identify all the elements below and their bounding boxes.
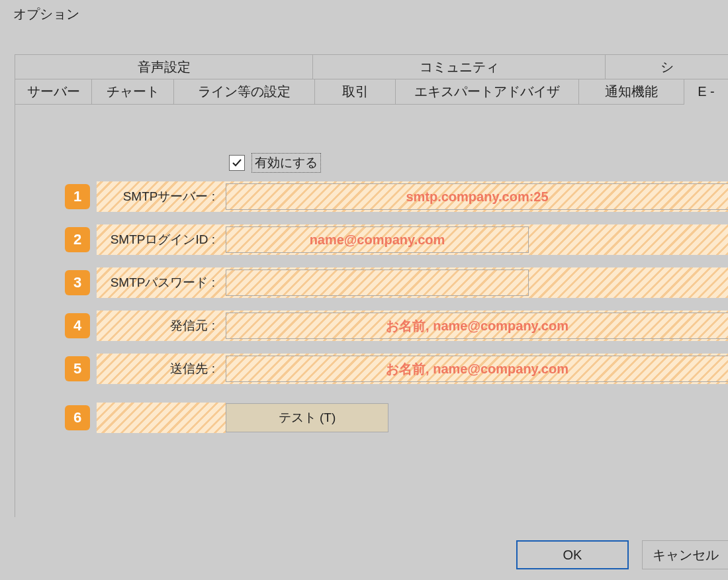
label-from: 発信元 : [97, 311, 226, 341]
label-smtp-login: SMTPログインID : [97, 224, 226, 255]
input-smtp-password[interactable] [226, 269, 529, 296]
input-to[interactable]: お名前, name@company.com [226, 356, 728, 382]
row-to: 5 送信先 : お名前, name@company.com [65, 354, 728, 384]
input-smtp-server[interactable]: smtp.company.com:25 [226, 183, 728, 210]
tab-sound-settings[interactable]: 音声設定 [15, 55, 313, 79]
label-smtp-server: SMTPサーバー : [97, 181, 226, 212]
cancel-button[interactable]: キャンセル [642, 540, 728, 569]
tabs-top-row: 音声設定 コミュニティ シ [15, 55, 728, 79]
badge-5: 5 [65, 356, 90, 381]
row-test: 6 テスト (T) [65, 403, 728, 433]
options-dialog: オプション 音声設定 コミュニティ シ サーバー チャート ライン等の設定 取引… [0, 0, 728, 580]
badge-1: 1 [65, 184, 90, 209]
row-from: 4 発信元 : お名前, name@company.com [65, 311, 728, 341]
input-smtp-login[interactable]: name@company.com [226, 226, 529, 253]
tab-server[interactable]: サーバー [15, 79, 92, 104]
tab-content: 有効にする 1 SMTPサーバー : smtp.company.com:25 2… [15, 104, 728, 517]
row-smtp-login: 2 SMTPログインID : name@company.com [65, 224, 728, 255]
tab-trade[interactable]: 取引 [315, 79, 396, 104]
enable-label: 有効にする [251, 153, 321, 173]
tabs-bottom-row: サーバー チャート ライン等の設定 取引 エキスパートアドバイザ 通知機能 E … [15, 79, 728, 104]
row-smtp-server: 1 SMTPサーバー : smtp.company.com:25 [65, 181, 728, 212]
dialog-button-bar: OK キャンセル [0, 540, 728, 572]
badge-3: 3 [65, 270, 90, 295]
check-icon [232, 158, 242, 168]
label-smtp-password: SMTPパスワード : [97, 267, 226, 298]
enable-row: 有効にする [229, 153, 321, 173]
tab-panel: 音声設定 コミュニティ シ サーバー チャート ライン等の設定 取引 エキスパー… [15, 54, 728, 517]
badge-6: 6 [65, 405, 90, 430]
tab-email[interactable]: E - [684, 79, 728, 104]
tab-line-settings[interactable]: ライン等の設定 [174, 79, 315, 104]
dialog-title: オプション [0, 0, 728, 32]
tab-chart[interactable]: チャート [92, 79, 174, 104]
tab-notifications[interactable]: 通知機能 [579, 79, 684, 104]
badge-4: 4 [65, 313, 90, 338]
label-to: 送信先 : [97, 354, 226, 384]
test-button[interactable]: テスト (T) [226, 403, 388, 432]
tab-expert-advisor[interactable]: エキスパートアドバイザ [396, 79, 579, 104]
tab-community[interactable]: コミュニティ [313, 55, 606, 79]
input-from[interactable]: お名前, name@company.com [226, 313, 728, 339]
label-test-empty [97, 403, 226, 433]
ok-button[interactable]: OK [516, 540, 629, 569]
enable-checkbox[interactable] [229, 155, 245, 171]
badge-2: 2 [65, 227, 90, 252]
form-rows: 1 SMTPサーバー : smtp.company.com:25 2 SMTPロ… [65, 181, 728, 446]
row-smtp-password: 3 SMTPパスワード : [65, 267, 728, 298]
tab-right-truncated[interactable]: シ [606, 55, 728, 79]
